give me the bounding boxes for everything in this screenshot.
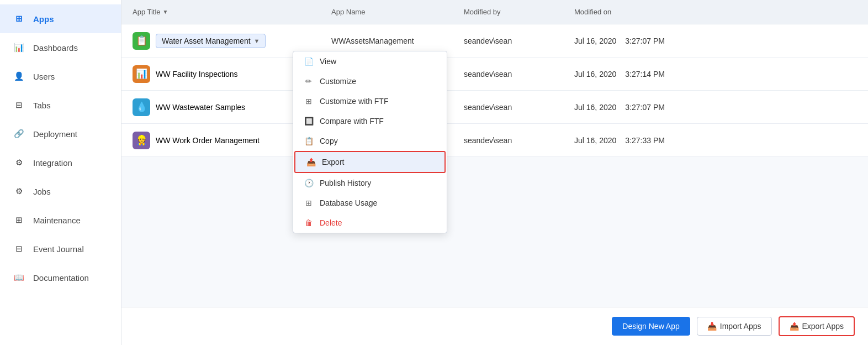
app-title-text: WW Wastewater Samples xyxy=(156,103,245,112)
app-icon-purple: 👷 xyxy=(133,132,150,149)
database-usage-icon: ⊞ xyxy=(303,198,314,207)
sidebar: ⊞ Apps 📊 Dashboards 👤 Users ⊟ Tabs 🔗 Dep… xyxy=(0,0,121,345)
delete-icon: 🗑 xyxy=(303,218,314,227)
tabs-icon: ⊟ xyxy=(11,97,27,113)
table-row[interactable]: 📋 Water Asset Management ▼ WWAssetsManag… xyxy=(121,24,868,58)
menu-item-customize[interactable]: ✏ Customize xyxy=(293,71,447,91)
sidebar-item-deployment[interactable]: 🔗 Deployment xyxy=(0,119,121,148)
sidebar-label: Users xyxy=(33,72,55,81)
export-icon: 📤 xyxy=(790,322,799,331)
app-title-cell: 📋 Water Asset Management ▼ xyxy=(133,32,331,50)
dashboards-icon: 📊 xyxy=(11,40,27,55)
sidebar-item-dashboards[interactable]: 📊 Dashboards xyxy=(0,33,121,62)
app-title-dropdown[interactable]: Water Asset Management ▼ xyxy=(156,34,266,48)
menu-item-publish-history[interactable]: 🕐 Publish History xyxy=(293,173,447,193)
table-row[interactable]: 💧 WW Wastewater Samples WWWastewaterSamp… xyxy=(121,91,868,124)
app-icon-orange: 📊 xyxy=(133,65,150,83)
table-header: App Title ▼ App Name Modified by Modifie… xyxy=(121,0,868,24)
modified-on-cell: Jul 16, 2020 3:27:14 PM xyxy=(574,70,857,79)
copy-icon: 📋 xyxy=(303,137,314,145)
menu-item-compare-ftf[interactable]: 🔲 Compare with FTF xyxy=(293,111,447,131)
sidebar-label: Event Journal xyxy=(33,244,84,254)
menu-label-publish-history: Publish History xyxy=(320,179,371,187)
sidebar-item-integration[interactable]: ⚙ Integration xyxy=(0,148,121,177)
compare-ftf-icon: 🔲 xyxy=(303,117,314,126)
app-title-text: WW Facility Inspections xyxy=(156,70,238,79)
menu-label-compare-ftf: Compare with FTF xyxy=(320,117,384,126)
sort-arrow-icon: ▼ xyxy=(163,9,168,15)
app-name-cell: WWAssetsManagement xyxy=(331,36,464,45)
col-header-modby: Modified by xyxy=(464,8,574,16)
table-row[interactable]: 📊 WW Facility Inspections WWFacilityInsp… xyxy=(121,58,868,91)
import-apps-button[interactable]: 📥 Import Apps xyxy=(697,317,772,336)
sidebar-label: Documentation xyxy=(33,273,89,283)
customize-ftf-icon: ⊞ xyxy=(303,97,314,106)
modified-on-cell: Jul 16, 2020 3:27:33 PM xyxy=(574,136,857,145)
menu-label-database-usage: Database Usage xyxy=(320,198,377,207)
app-icon-blue: 💧 xyxy=(133,98,150,116)
col-header-appname: App Name xyxy=(331,8,464,16)
sidebar-item-jobs[interactable]: ⚙ Jobs xyxy=(0,177,121,206)
menu-item-delete[interactable]: 🗑 Delete xyxy=(293,213,447,233)
export-apps-button[interactable]: 📤 Export Apps xyxy=(779,316,855,336)
jobs-icon: ⚙ xyxy=(11,184,27,199)
dropdown-arrow-icon: ▼ xyxy=(254,38,260,44)
app-title-text: Water Asset Management xyxy=(162,36,251,45)
bottom-bar: Design New App 📥 Import Apps 📤 Export Ap… xyxy=(121,307,868,345)
publish-history-icon: 🕐 xyxy=(303,179,314,187)
design-new-app-button[interactable]: Design New App xyxy=(612,317,690,336)
import-apps-label: Import Apps xyxy=(720,322,761,331)
documentation-icon: 📖 xyxy=(11,270,27,285)
users-icon: 👤 xyxy=(11,69,27,84)
app-icon-green: 📋 xyxy=(133,32,150,50)
sidebar-item-users[interactable]: 👤 Users xyxy=(0,62,121,91)
menu-label-delete: Delete xyxy=(320,218,342,227)
modified-by-cell: seandev\sean xyxy=(464,103,574,112)
sidebar-item-tabs[interactable]: ⊟ Tabs xyxy=(0,91,121,119)
context-menu: 📄 View ✏ Customize ⊞ Customize with FTF … xyxy=(293,51,447,233)
menu-item-customize-ftf[interactable]: ⊞ Customize with FTF xyxy=(293,91,447,111)
design-new-app-label: Design New App xyxy=(622,322,680,331)
menu-label-view: View xyxy=(320,57,336,66)
menu-label-export: Export xyxy=(322,158,344,166)
modified-by-cell: seandev\sean xyxy=(464,36,574,45)
customize-icon: ✏ xyxy=(303,77,314,86)
sidebar-label: Dashboards xyxy=(33,43,78,53)
menu-item-copy[interactable]: 📋 Copy xyxy=(293,131,447,151)
deployment-icon: 🔗 xyxy=(11,126,27,142)
sidebar-label: Integration xyxy=(33,158,72,168)
apps-icon: ⊞ xyxy=(11,11,27,27)
sidebar-item-event-journal[interactable]: ⊟ Event Journal xyxy=(0,234,121,263)
col-header-modon: Modified on xyxy=(574,8,857,16)
integration-icon: ⚙ xyxy=(11,155,27,170)
menu-label-copy: Copy xyxy=(320,137,338,145)
menu-item-export[interactable]: 📤 Export xyxy=(294,151,446,173)
maintenance-icon: ⊞ xyxy=(11,212,27,228)
modified-by-cell: seandev\sean xyxy=(464,70,574,79)
import-icon: 📥 xyxy=(707,322,717,331)
main-content: App Title ▼ App Name Modified by Modifie… xyxy=(121,0,868,345)
sidebar-label: Maintenance xyxy=(33,216,81,225)
modified-by-cell: seandev\sean xyxy=(464,136,574,145)
modified-on-cell: Jul 16, 2020 3:27:07 PM xyxy=(574,36,857,45)
sidebar-item-maintenance[interactable]: ⊞ Maintenance xyxy=(0,206,121,234)
sidebar-item-documentation[interactable]: 📖 Documentation xyxy=(0,263,121,292)
menu-item-database-usage[interactable]: ⊞ Database Usage xyxy=(293,193,447,213)
col-title-label: App Title xyxy=(133,8,161,16)
modified-on-cell: Jul 16, 2020 3:27:07 PM xyxy=(574,103,857,112)
sidebar-label: Deployment xyxy=(33,129,77,139)
menu-label-customize: Customize xyxy=(320,77,356,86)
sidebar-label: Jobs xyxy=(33,187,51,196)
col-header-title[interactable]: App Title ▼ xyxy=(133,8,331,16)
sidebar-label: Apps xyxy=(33,14,54,24)
sidebar-item-apps[interactable]: ⊞ Apps xyxy=(0,4,121,33)
export-menu-icon: 📤 xyxy=(305,158,316,166)
menu-label-customize-ftf: Customize with FTF xyxy=(320,97,388,106)
table-row[interactable]: 👷 WW Work Order Management WWWorkOrderMa… xyxy=(121,124,868,157)
event-journal-icon: ⊟ xyxy=(11,241,27,257)
sidebar-label: Tabs xyxy=(33,101,51,110)
view-icon: 📄 xyxy=(303,57,314,66)
menu-item-view[interactable]: 📄 View xyxy=(293,51,447,71)
app-title-text: WW Work Order Management xyxy=(156,136,260,145)
table-body: 📋 Water Asset Management ▼ WWAssetsManag… xyxy=(121,24,868,307)
